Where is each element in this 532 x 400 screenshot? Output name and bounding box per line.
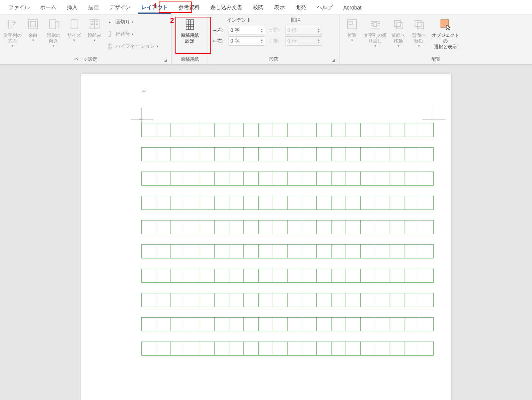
genko-settings-button[interactable]: 原稿用紙 設定: [174, 16, 205, 52]
svg-rect-2: [50, 20, 56, 29]
genko-cell: [185, 123, 200, 137]
tab-acrobat[interactable]: Acrobat: [338, 2, 367, 13]
genko-cell: [419, 269, 434, 282]
tab-help[interactable]: ヘルプ: [311, 1, 338, 13]
genko-cell: [317, 123, 331, 137]
genko-cell: [200, 148, 215, 161]
tab-home[interactable]: ホーム: [35, 1, 62, 13]
genko-cell: [142, 123, 156, 137]
tab-insert[interactable]: 挿入: [62, 1, 83, 13]
genko-cell: [375, 220, 390, 234]
svg-rect-12: [186, 20, 194, 30]
genko-row: [141, 220, 434, 234]
genko-cell: [200, 123, 215, 137]
genko-row: [141, 147, 434, 161]
text-wrap-button[interactable]: 文字列の折 り返し ▾: [362, 16, 388, 52]
genko-cell: [215, 318, 229, 331]
spacing-after-icon: ‡: [270, 38, 272, 44]
text-direction-button[interactable]: 文字列の 方向 ▾: [2, 16, 23, 52]
genko-cell: [419, 148, 434, 161]
genko-cell: [259, 172, 273, 185]
genko-cell: [419, 318, 434, 331]
genko-cell: [156, 172, 170, 185]
genko-cell: [215, 342, 229, 355]
genko-cell: [171, 220, 185, 234]
breaks-button[interactable]: ⤶ 区切り ▾: [106, 16, 158, 28]
tab-design[interactable]: デザイン: [104, 1, 136, 13]
genko-cell: [390, 342, 404, 355]
genko-cell: [273, 196, 287, 209]
tab-view[interactable]: 表示: [269, 1, 290, 13]
group-genko-title: 原稿用紙: [174, 55, 205, 63]
margins-button[interactable]: 余白 ▾: [23, 16, 43, 52]
ruler-guide: [423, 119, 445, 120]
genko-cell: [404, 123, 419, 137]
genko-cell: [302, 123, 317, 137]
genko-cell: [419, 293, 434, 307]
send-backward-icon: [413, 18, 425, 30]
size-button[interactable]: サイズ ▾: [64, 16, 84, 52]
tab-draw[interactable]: 描画: [83, 1, 104, 13]
ribbon: 文字列の 方向 ▾ 余白 ▾ 印刷の 向き ▾: [0, 14, 532, 65]
bring-forward-icon: [392, 18, 404, 30]
selection-pane-button[interactable]: オブジェクトの 選択と表示: [429, 16, 462, 52]
genko-cell: [244, 148, 258, 161]
genko-cell: [273, 342, 287, 355]
ruler-guide: [434, 108, 434, 131]
tab-references[interactable]: 参考資料: [173, 1, 205, 13]
position-button[interactable]: 位置 ▾: [342, 16, 362, 52]
document-area[interactable]: ↵ ↵: [0, 65, 532, 400]
hyphenation-label: ハイフネーション: [115, 43, 155, 50]
genko-cell: [171, 123, 185, 137]
genko-cell: [156, 123, 170, 137]
orientation-button[interactable]: 印刷の 向き ▾: [43, 16, 64, 52]
genko-cell: [185, 293, 200, 307]
send-backward-button[interactable]: 背面へ 移動 ▾: [409, 16, 429, 52]
genko-cell: [273, 318, 287, 331]
svg-rect-20: [374, 23, 377, 27]
genko-cell: [375, 293, 390, 307]
indent-left-icon: ⇥: [213, 28, 216, 33]
hyphenation-button[interactable]: a-bc ハイフネーション ▾: [106, 41, 158, 52]
paragraph-launcher[interactable]: ◢: [331, 57, 336, 63]
indent-right-icon: ⇤: [213, 38, 216, 44]
bring-forward-button[interactable]: 前面へ 移動 ▾: [388, 16, 409, 52]
genko-cell: [288, 148, 302, 161]
columns-button[interactable]: 段組み ▾: [84, 16, 105, 52]
genko-cell: [375, 318, 390, 331]
tab-file[interactable]: ファイル: [3, 1, 35, 13]
position-icon: [346, 18, 358, 30]
genko-cell: [375, 123, 390, 137]
size-icon: [68, 18, 80, 30]
indent-left-input[interactable]: 0 字▲▼: [229, 26, 265, 35]
genko-cell: [302, 269, 317, 282]
genko-cell: [361, 269, 375, 282]
genko-cell: [346, 245, 360, 258]
group-page-setup: 文字列の 方向 ▾ 余白 ▾ 印刷の 向き ▾: [0, 14, 172, 64]
genko-cell: [419, 196, 434, 209]
cursor-mark: ↵: [139, 116, 144, 122]
tab-review[interactable]: 校閲: [248, 1, 269, 13]
genko-cell: [171, 148, 185, 161]
genko-cell: [142, 148, 156, 161]
selection-pane-icon: [439, 18, 451, 30]
size-label: サイズ: [67, 33, 81, 38]
tab-mailings[interactable]: 差し込み文書: [205, 1, 248, 13]
genko-cell: [171, 196, 185, 209]
genko-cell: [229, 293, 244, 307]
indent-right-input[interactable]: 0 字▲▼: [229, 36, 265, 46]
line-numbers-button[interactable]: 12 行番号 ▾: [106, 28, 158, 40]
genko-cell: [317, 293, 331, 307]
genko-cell: [273, 172, 287, 185]
genko-cell: [215, 220, 229, 234]
callout-number-1: 1: [153, 2, 157, 10]
tab-developer[interactable]: 開発: [290, 1, 311, 13]
genko-cell: [156, 196, 170, 209]
genko-cell: [390, 269, 404, 282]
page-setup-launcher[interactable]: ◢: [163, 57, 168, 63]
genko-cell: [273, 245, 287, 258]
genko-cell: [259, 220, 273, 234]
genko-cell: [259, 245, 273, 258]
chevron-down-icon: ▾: [398, 44, 399, 48]
paragraph-mark: ↵: [142, 88, 147, 94]
